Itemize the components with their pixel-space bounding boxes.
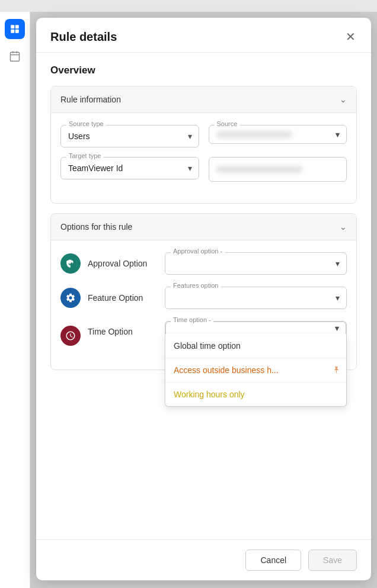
time-field-label: Time option -: [171, 316, 213, 323]
options-content: Approval Option Approval option -: [51, 240, 356, 369]
time-chevron-icon: ▾: [335, 323, 339, 333]
svg-rect-3: [15, 30, 19, 33]
dropdown-item-global[interactable]: Global time option: [165, 334, 346, 358]
target-blurred-value: [216, 166, 302, 172]
approval-option-icon: [60, 253, 81, 274]
options-section: Options for this rule ⌄ Approval Option: [50, 213, 357, 370]
time-option-label: Time Option: [88, 327, 165, 336]
svg-rect-4: [11, 52, 20, 61]
feature-option-row: Feature Option Features option: [60, 287, 347, 309]
source-select-wrapper: ▾: [209, 125, 347, 144]
approval-option-row: Approval Option Approval option -: [60, 252, 347, 275]
svg-rect-0: [11, 25, 14, 28]
target-type-select-wrapper: TeamViewer Id: [60, 157, 199, 179]
modal-footer: Cancel Save: [36, 539, 371, 580]
rule-information-section: Rule information ⌄ Source type Users: [50, 86, 357, 204]
source-chevron-icon: ▾: [336, 130, 340, 139]
target-type-label: Target type: [66, 152, 103, 159]
svg-rect-2: [11, 30, 14, 33]
source-row: Source type Users Source: [60, 125, 347, 147]
time-option-icon: [60, 326, 81, 346]
dropdown-item-access[interactable]: Access outside business h... 🖈: [165, 358, 346, 383]
overview-title: Overview: [50, 65, 357, 76]
feature-select-inner: [165, 287, 347, 309]
time-option-row: Time Option Time option - ▾ Global time …: [60, 321, 347, 346]
dropdown-item-working[interactable]: Working hours only: [165, 383, 346, 406]
sidebar: [0, 12, 30, 588]
rule-details-modal: Rule details ✕ Overview Rule information…: [36, 18, 371, 580]
cursor-pointer-icon: 🖈: [332, 365, 341, 375]
modal-header: Rule details ✕: [36, 18, 371, 53]
approval-option-label: Approval Option: [88, 259, 165, 268]
rule-information-header[interactable]: Rule information ⌄: [51, 86, 356, 113]
source-type-field: Source type Users: [60, 125, 199, 147]
options-header[interactable]: Options for this rule ⌄: [51, 214, 356, 240]
feature-option-icon: [60, 288, 81, 308]
save-button[interactable]: Save: [308, 550, 357, 571]
source-field: Source ▾: [209, 125, 347, 147]
calendar-icon[interactable]: [5, 46, 25, 66]
source-type-select[interactable]: Users: [60, 125, 199, 147]
feature-select-wrapper: Features option: [165, 287, 347, 309]
source-type-label: Source type: [66, 120, 106, 127]
time-select-display[interactable]: [165, 322, 346, 334]
chevron-down-icon: ⌄: [340, 95, 347, 104]
target-input[interactable]: [209, 157, 347, 182]
feature-select[interactable]: [165, 287, 347, 309]
svg-rect-1: [15, 25, 19, 28]
close-button[interactable]: ✕: [344, 30, 357, 44]
source-type-select-wrapper: Users: [60, 125, 199, 147]
cancel-button[interactable]: Cancel: [245, 550, 301, 571]
rule-information-label: Rule information: [60, 95, 121, 104]
source-label: Source: [215, 120, 240, 127]
source-select[interactable]: [209, 125, 347, 144]
approval-select[interactable]: [165, 252, 347, 275]
approval-field-label: Approval option -: [171, 248, 225, 255]
dropdown-item-access-label: Access outside business h...: [174, 365, 279, 375]
time-dropdown-menu: Global time option Access outside busine…: [165, 334, 347, 407]
time-select-wrapper: Time option - ▾ Global time option Acc: [165, 321, 347, 334]
modal-backdrop: Rule details ✕ Overview Rule information…: [30, 12, 377, 588]
approval-select-inner: [165, 252, 347, 275]
approval-select-wrapper: Approval option -: [165, 252, 347, 275]
rule-information-content: Source type Users Source: [51, 113, 356, 203]
target-row: Target type TeamViewer Id: [60, 157, 347, 182]
target-type-field: Target type TeamViewer Id: [60, 157, 199, 182]
modal-body: Overview Rule information ⌄ Source type: [36, 53, 371, 539]
target-type-select[interactable]: TeamViewer Id: [60, 157, 199, 179]
target-value-field: [209, 157, 347, 182]
feature-option-label: Feature Option: [88, 293, 165, 303]
feature-field-label: Features option: [171, 282, 221, 289]
source-blurred-value: [216, 131, 292, 137]
options-label: Options for this rule: [60, 222, 132, 232]
modal-title: Rule details: [50, 30, 117, 44]
app-logo: [5, 19, 25, 39]
options-chevron-icon: ⌄: [340, 222, 347, 232]
